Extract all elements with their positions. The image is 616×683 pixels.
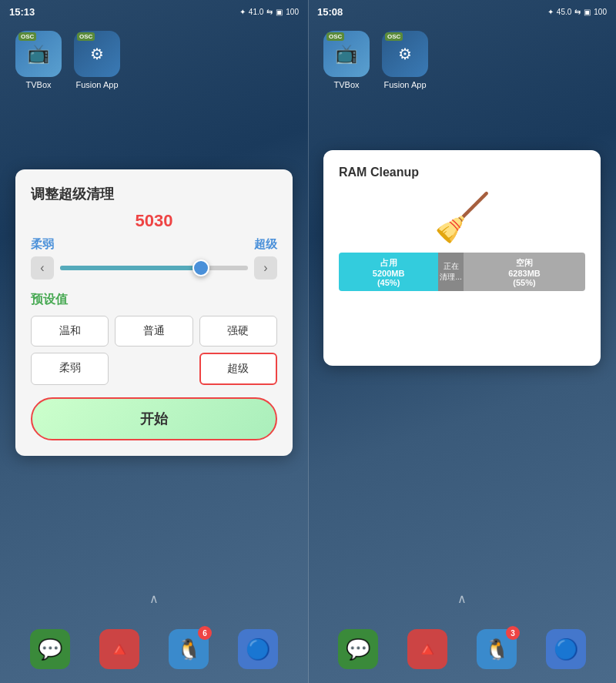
ram-modal: RAM Cleanup 🧹 占用 5200MB (45%) 正在清理... 空闲… (323, 150, 601, 366)
left-fusion-osc-badge: OSC (77, 32, 95, 41)
left-up-caret: ∧ (149, 591, 159, 606)
ram-title: RAM Cleanup (339, 166, 585, 179)
right-app-fusion[interactable]: OSC ⚙ Fusion App (382, 31, 428, 89)
slider-label-right: 超级 (254, 237, 277, 252)
right-browser-icon: 🔵 (554, 638, 578, 661)
modal-value: 5030 (31, 211, 277, 231)
right-status-bar: 15:08 ✦ 45.0 ⇆ ▣ 100 (308, 0, 616, 23)
right-dock-app2[interactable]: 🔺 (407, 629, 447, 669)
slider-container: ‹ › (31, 256, 277, 280)
left-modal: 调整超级清理 5030 柔弱 超级 ‹ › 预设值 温和 普通 强硬 柔弱 超级… (15, 169, 293, 456)
right-qq-icon: 🐧 (484, 638, 509, 661)
left-tvbox-icon[interactable]: OSC 📺 (15, 31, 62, 77)
right-signal-icon: ▣ (584, 8, 591, 16)
slider-thumb[interactable] (192, 259, 209, 276)
left-dock-app2[interactable]: 🔺 (99, 629, 139, 669)
left-app-tvbox[interactable]: OSC 📺 TVBox (15, 31, 62, 89)
right-dock-messages[interactable]: 💬 (338, 629, 378, 669)
ram-free-label: 空闲 (516, 257, 533, 269)
left-tvbox-label: TVBox (25, 80, 51, 89)
left-dock: 💬 🔺 🐧 6 🔵 (0, 623, 308, 675)
app2-icon: 🔺 (107, 638, 132, 661)
preset-normal[interactable]: 普通 (115, 316, 192, 347)
left-app-fusion[interactable]: OSC ⚙ Fusion App (74, 31, 120, 89)
left-dock-qq[interactable]: 🐧 6 (169, 629, 209, 669)
preset-label: 预设值 (31, 292, 277, 308)
ram-used-mb: 5200MB (373, 269, 405, 278)
right-tvbox-label: TVBox (333, 80, 359, 89)
data-icon: 41.0 (249, 8, 263, 16)
preset-grid-row1: 温和 普通 强硬 (31, 316, 277, 347)
preset-grid-row2: 柔弱 超级 (31, 353, 277, 385)
slider-right-arrow[interactable]: › (254, 256, 277, 280)
right-dock: 💬 🔺 🐧 3 🔵 (308, 623, 616, 675)
left-dock-messages[interactable]: 💬 (30, 629, 70, 669)
right-tvbox-icon[interactable]: OSC 📺 (323, 31, 370, 77)
right-app-row: OSC 📺 TVBox OSC ⚙ Fusion App (308, 31, 616, 89)
left-status-bar: 15:13 ✦ 41.0 ⇆ ▣ 100 (0, 0, 308, 23)
right-qq-badge: 3 (506, 626, 520, 640)
left-dock-browser[interactable]: 🔵 (238, 629, 278, 669)
ram-bar-cleaning: 正在清理... (438, 253, 464, 291)
right-data-icon: 45.0 (557, 8, 571, 16)
sweeper-icon: 🧹 (434, 190, 491, 245)
right-fusion-icon[interactable]: OSC ⚙ (382, 31, 428, 77)
preset-mild[interactable]: 温和 (31, 316, 109, 347)
wifi-icon: ⇆ (266, 8, 273, 16)
left-fusion-symbol: ⚙ (90, 45, 104, 63)
right-dock-qq[interactable]: 🐧 3 (477, 629, 517, 669)
slider-label-left: 柔弱 (31, 237, 54, 252)
ram-free-mb: 6283MB (508, 269, 541, 278)
sweeper-figure: 🧹 (339, 190, 585, 245)
ram-bar: 占用 5200MB (45%) 正在清理... 空闲 6283MB (55%) (339, 253, 585, 291)
left-status-icons: ✦ 41.0 ⇆ ▣ 100 (239, 8, 299, 16)
signal-icon: ▣ (276, 8, 283, 16)
left-fusion-label: Fusion App (75, 80, 118, 89)
panel-divider (308, 0, 309, 683)
right-app2-icon: 🔺 (415, 638, 440, 661)
slider-fill (60, 266, 201, 270)
start-button[interactable]: 开始 (31, 397, 277, 440)
right-dock-browser[interactable]: 🔵 (546, 629, 586, 669)
slider-left-arrow[interactable]: ‹ (31, 256, 54, 280)
left-tvbox-osc-badge: OSC (18, 32, 36, 41)
left-time: 15:13 (9, 6, 35, 18)
messages-icon: 💬 (38, 638, 62, 661)
right-tvbox-symbol: 📺 (335, 43, 358, 65)
right-wifi-icon: ⇆ (574, 8, 581, 16)
right-fusion-label: Fusion App (383, 80, 426, 89)
right-battery-icon: 100 (594, 8, 607, 16)
ram-bar-free: 空闲 6283MB (55%) (464, 253, 585, 291)
bluetooth-icon: ✦ (239, 8, 246, 16)
right-messages-icon: 💬 (346, 638, 370, 661)
left-qq-badge: 6 (198, 626, 212, 640)
right-time: 15:08 (317, 6, 343, 18)
slider-track[interactable] (60, 266, 248, 270)
ram-free-pct: (55%) (513, 278, 535, 287)
right-bluetooth-icon: ✦ (547, 8, 554, 16)
left-fusion-icon[interactable]: OSC ⚙ (74, 31, 120, 77)
right-app-tvbox[interactable]: OSC 📺 TVBox (323, 31, 370, 89)
right-panel: 15:08 ✦ 45.0 ⇆ ▣ 100 OSC 📺 TVBox OSC ⚙ F… (308, 0, 616, 683)
right-up-caret: ∧ (457, 591, 467, 606)
right-fusion-osc-badge: OSC (385, 32, 403, 41)
preset-soft[interactable]: 柔弱 (31, 353, 109, 385)
preset-super[interactable]: 超级 (199, 353, 277, 385)
left-panel: 15:13 ✦ 41.0 ⇆ ▣ 100 OSC 📺 TVBox OSC ⚙ F… (0, 0, 308, 683)
ram-bar-used: 占用 5200MB (45%) (339, 253, 438, 291)
right-status-icons: ✦ 45.0 ⇆ ▣ 100 (547, 8, 607, 16)
left-app-row: OSC 📺 TVBox OSC ⚙ Fusion App (0, 31, 308, 89)
modal-title: 调整超级清理 (31, 185, 277, 203)
browser-icon: 🔵 (246, 638, 270, 661)
preset-empty (115, 353, 192, 385)
ram-cleaning-label: 正在清理... (440, 261, 462, 283)
qq-icon: 🐧 (176, 638, 201, 661)
right-fusion-symbol: ⚙ (398, 45, 412, 63)
right-tvbox-osc-badge: OSC (326, 32, 344, 41)
left-tvbox-symbol: 📺 (27, 43, 50, 65)
ram-used-pct: (45%) (377, 278, 400, 287)
slider-labels: 柔弱 超级 (31, 237, 277, 252)
ram-used-label: 占用 (380, 257, 397, 269)
preset-hard[interactable]: 强硬 (199, 316, 277, 347)
battery-icon: 100 (286, 8, 299, 16)
